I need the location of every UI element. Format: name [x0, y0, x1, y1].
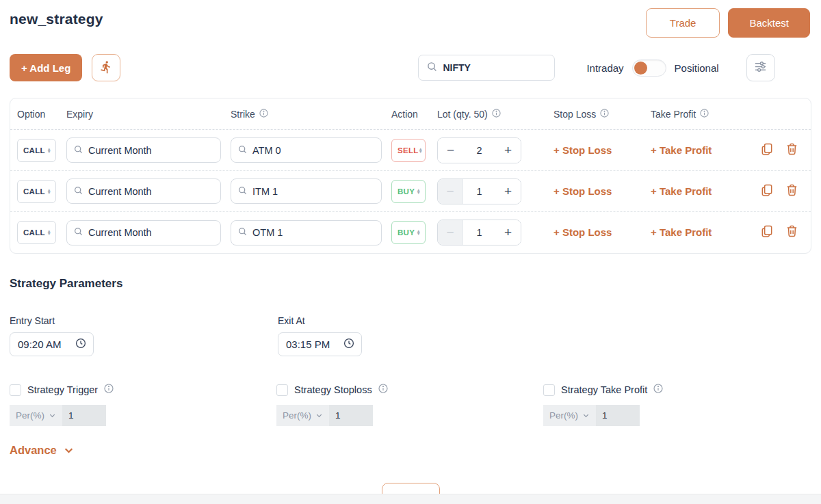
search-icon — [238, 185, 247, 198]
info-icon — [259, 109, 268, 120]
strategy-stoploss-checkbox[interactable] — [276, 384, 288, 396]
lot-value[interactable]: 1 — [463, 179, 495, 204]
chevron-updown-icon: ▲▼ — [47, 230, 51, 235]
instrument-search[interactable] — [418, 55, 555, 81]
lot-stepper: − 2 + — [437, 137, 521, 163]
strategy-builder-page: new_strategy Trade Backtest + Add Leg In… — [0, 0, 821, 504]
take-profit-value-input[interactable]: 1 — [596, 405, 640, 426]
runner-icon — [99, 60, 113, 76]
settings-button[interactable] — [746, 54, 775, 81]
chevron-updown-icon: ▲▼ — [47, 189, 51, 194]
clock-icon — [75, 338, 86, 352]
search-icon — [74, 144, 83, 157]
delete-leg-icon[interactable] — [785, 142, 798, 159]
strategy-toggles: Strategy Trigger Per(%) 1 Strategy Stopl… — [10, 384, 821, 426]
info-icon — [492, 109, 501, 120]
lot-stepper: − 1 + — [437, 220, 521, 246]
expiry-select[interactable]: Current Month — [66, 178, 221, 204]
info-icon — [104, 384, 114, 396]
col-lot: Lot (qty. 50) — [437, 109, 553, 120]
action-select[interactable]: BUY▲▼ — [391, 180, 426, 203]
trigger-unit-select[interactable]: Per(%) — [10, 405, 62, 426]
lot-decrement-button[interactable]: − — [438, 220, 463, 245]
delete-leg-icon[interactable] — [785, 183, 798, 200]
strategy-trigger-checkbox[interactable] — [10, 384, 21, 396]
expiry-select[interactable]: Current Month — [66, 220, 221, 246]
exit-at-label: Exit At — [278, 315, 546, 326]
positional-label: Positional — [675, 62, 719, 74]
add-stop-loss-button[interactable]: + Stop Loss — [553, 226, 612, 238]
search-icon — [238, 226, 247, 239]
legs-table-header: Option Expiry Strike Action Lot (qty. 50… — [10, 98, 811, 130]
add-take-profit-button[interactable]: + Take Profit — [651, 185, 712, 197]
trade-button[interactable]: Trade — [646, 8, 720, 38]
lot-increment-button[interactable]: + — [495, 220, 521, 245]
stoploss-unit-select[interactable]: Per(%) — [276, 405, 329, 426]
legs-table: Option Expiry Strike Action Lot (qty. 50… — [10, 98, 811, 254]
advance-toggle[interactable]: Advance — [10, 444, 821, 457]
clock-icon — [343, 338, 354, 352]
chevron-updown-icon: ▲▼ — [47, 148, 51, 153]
lot-decrement-button[interactable]: − — [438, 179, 463, 204]
strategy-take-profit-label: Strategy Take Profit — [561, 384, 647, 395]
strategy-take-profit-checkbox[interactable] — [543, 384, 555, 396]
copy-leg-icon[interactable] — [760, 142, 774, 159]
strategy-parameters-heading: Strategy Parameters — [10, 277, 821, 291]
chevron-down-icon — [582, 412, 590, 419]
strike-select[interactable]: OTM 1 — [231, 220, 382, 246]
expiry-select[interactable]: Current Month — [66, 137, 221, 163]
lot-decrement-button[interactable]: − — [438, 138, 463, 163]
lot-value[interactable]: 2 — [463, 138, 495, 163]
col-action: Action — [391, 109, 437, 120]
lot-stepper: − 1 + — [437, 178, 521, 204]
add-take-profit-button[interactable]: + Take Profit — [651, 144, 712, 156]
mode-buttons: Trade Backtest — [646, 8, 810, 38]
add-stop-loss-button[interactable]: + Stop Loss — [553, 144, 612, 156]
quick-run-button[interactable] — [92, 54, 120, 81]
chevron-updown-icon: ▲▼ — [417, 230, 421, 235]
delete-leg-icon[interactable] — [785, 224, 798, 241]
sliders-icon — [753, 59, 768, 76]
chevron-down-icon — [49, 412, 56, 419]
backtest-button[interactable]: Backtest — [728, 8, 810, 38]
action-select[interactable]: BUY▲▼ — [391, 221, 426, 244]
col-stop-loss: Stop Loss — [553, 109, 651, 120]
trigger-value-input[interactable]: 1 — [62, 405, 106, 426]
chevron-updown-icon: ▲▼ — [417, 189, 421, 194]
col-option: Option — [17, 109, 66, 120]
lot-value[interactable]: 1 — [463, 220, 495, 245]
leg-row: CALL▲▼ Current Month ITM 1 BUY▲▼ − 1 + +… — [10, 171, 811, 212]
session-toggle-group: Intraday Positional — [586, 59, 718, 77]
search-icon — [74, 226, 83, 239]
time-settings: Entry Start 09:20 AM Exit At 03:15 PM — [10, 315, 821, 356]
copy-leg-icon[interactable] — [760, 183, 774, 200]
add-leg-button[interactable]: + Add Leg — [10, 54, 82, 81]
option-type-select[interactable]: CALL▲▼ — [17, 180, 56, 203]
entry-start-label: Entry Start — [10, 315, 278, 326]
strike-select[interactable]: ATM 0 — [231, 137, 382, 163]
lot-increment-button[interactable]: + — [495, 138, 521, 163]
add-take-profit-button[interactable]: + Take Profit — [651, 226, 712, 238]
toggle-knob — [634, 62, 647, 75]
chevron-down-icon — [64, 445, 74, 455]
instrument-search-input[interactable] — [443, 62, 532, 73]
add-stop-loss-button[interactable]: + Stop Loss — [553, 185, 612, 197]
option-type-select[interactable]: CALL▲▼ — [17, 139, 56, 162]
search-icon — [238, 144, 247, 157]
option-type-select[interactable]: CALL▲▼ — [17, 221, 56, 244]
copy-leg-icon[interactable] — [760, 224, 774, 241]
strategy-trigger-input-group: Per(%) 1 — [10, 405, 276, 426]
exit-at-time-field[interactable]: 03:15 PM — [278, 332, 362, 356]
info-icon — [653, 384, 663, 396]
strike-select[interactable]: ITM 1 — [231, 178, 382, 204]
strategy-trigger-label: Strategy Trigger — [27, 384, 98, 395]
entry-start-time-field[interactable]: 09:20 AM — [10, 332, 94, 356]
toolbar: + Add Leg Intraday Positional — [0, 54, 821, 81]
strategy-take-profit-input-group: Per(%) 1 — [543, 405, 810, 426]
intraday-positional-toggle[interactable] — [632, 59, 666, 77]
strategy-stoploss-label: Strategy Stoploss — [294, 384, 372, 395]
lot-increment-button[interactable]: + — [495, 179, 521, 204]
take-profit-unit-select[interactable]: Per(%) — [543, 405, 596, 426]
stoploss-value-input[interactable]: 1 — [329, 405, 373, 426]
action-select[interactable]: SELL▲▼ — [391, 139, 426, 162]
